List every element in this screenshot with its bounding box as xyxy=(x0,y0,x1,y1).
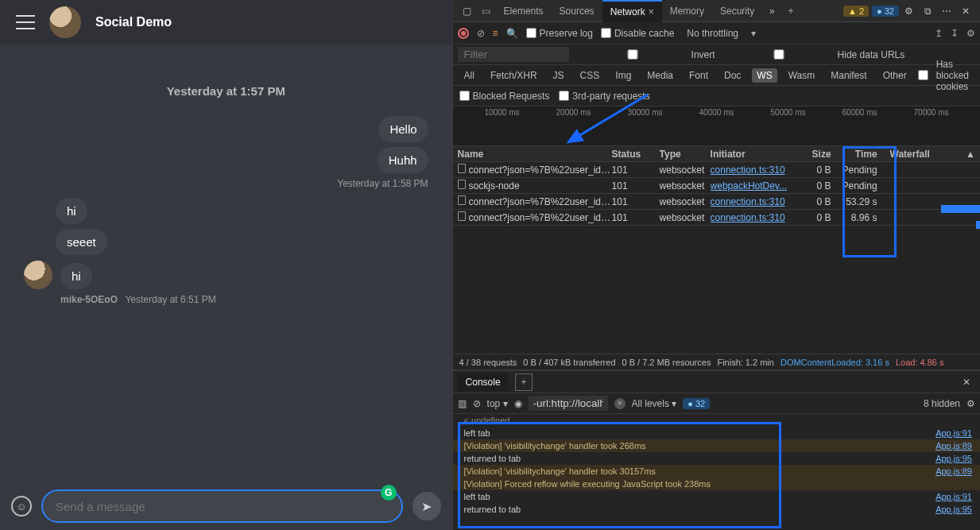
tab-console[interactable]: Console xyxy=(458,373,509,391)
devtools-panel: ▢ ▭ Elements Sources Network× Memory Sec… xyxy=(452,0,980,530)
filter-ws[interactable]: WS xyxy=(752,68,777,83)
type-filter-row: All Fetch/XHR JS CSS Img Media Font Doc … xyxy=(453,65,980,86)
col-status[interactable]: Status xyxy=(612,149,660,160)
status-transferred: 0 B / 407 kB transferred xyxy=(523,358,615,367)
filter-icon[interactable]: ≡ xyxy=(493,28,498,39)
col-waterfall[interactable]: Waterfall ▲ xyxy=(884,149,980,160)
emoji-icon[interactable]: ☺ xyxy=(11,496,32,516)
tab-elements[interactable]: Elements xyxy=(496,0,552,22)
col-name[interactable]: Name xyxy=(453,149,612,160)
add-tab-icon[interactable]: ＋ xyxy=(515,373,533,391)
message-input[interactable] xyxy=(56,500,389,513)
col-type[interactable]: Type xyxy=(660,149,711,160)
timeline-tick: 10000 ms xyxy=(485,108,520,117)
avatar[interactable] xyxy=(24,261,52,289)
kebab-icon[interactable]: ⋯ xyxy=(937,6,956,17)
source-link[interactable]: App.js:89 xyxy=(935,466,972,476)
disable-cache-checkbox[interactable]: Disable cache xyxy=(601,28,674,39)
info-badge[interactable]: ● 32 xyxy=(872,6,899,17)
filter-other[interactable]: Other xyxy=(878,68,912,83)
table-row[interactable]: sockjs-node101websocketwebpackHotDev...0… xyxy=(453,178,980,194)
source-link[interactable]: App.js:91 xyxy=(935,428,972,438)
filter-font[interactable]: Font xyxy=(684,68,713,83)
chat-app: Social Demo Yesterday at 1:57 PM Hello H… xyxy=(0,0,452,530)
context-select[interactable]: top ▾ xyxy=(487,398,508,409)
source-link[interactable]: App.js:95 xyxy=(935,505,972,514)
menu-icon[interactable] xyxy=(16,15,35,29)
network-timeline[interactable]: 10000 ms20000 ms30000 ms40000 ms50000 ms… xyxy=(453,106,980,146)
clear-icon[interactable]: ⊘ xyxy=(473,398,481,409)
col-initiator[interactable]: Initiator xyxy=(711,149,792,160)
throttling-select[interactable]: No throttling xyxy=(682,26,743,41)
console-body[interactable]: < undefined left tabApp.js:91[Violation]… xyxy=(453,414,980,530)
col-time[interactable]: Time xyxy=(838,149,884,160)
chat-body[interactable]: Yesterday at 1:57 PM Hello Huhh Yesterda… xyxy=(0,44,452,482)
source-link[interactable]: App.js:95 xyxy=(935,454,972,463)
filter-img[interactable]: Img xyxy=(610,68,636,83)
message-input-wrap[interactable]: G xyxy=(41,489,403,523)
clear-icon[interactable]: ⊘ xyxy=(477,28,485,39)
close-icon[interactable]: ✕ xyxy=(956,6,975,17)
console-line: [Violation] 'visibilitychange' handler t… xyxy=(453,465,980,478)
settings-icon[interactable]: ⚙ xyxy=(966,398,975,409)
status-dcl: DOMContentLoaded: 3.16 s xyxy=(781,358,889,367)
filter-wasm[interactable]: Wasm xyxy=(784,68,820,83)
filter-js[interactable]: JS xyxy=(548,68,569,83)
source-link[interactable]: App.js:91 xyxy=(935,492,972,501)
filter-all[interactable]: All xyxy=(459,68,479,83)
initiator-link[interactable]: connection.ts:310 xyxy=(711,164,792,176)
initiator-link[interactable]: connection.ts:310 xyxy=(711,212,792,223)
initiator-link[interactable]: webpackHotDev... xyxy=(711,180,792,191)
blocked-requests-checkbox[interactable]: Blocked Requests xyxy=(459,91,550,102)
eye-icon[interactable]: ◉ xyxy=(514,398,522,409)
send-button[interactable]: ➤ xyxy=(413,492,441,520)
hide-urls-checkbox[interactable]: Hide data URLs xyxy=(723,49,905,60)
network-filter-bar: Invert Hide data URLs xyxy=(453,44,980,65)
filter-doc[interactable]: Doc xyxy=(719,68,746,83)
console-filter-input[interactable] xyxy=(529,396,608,411)
warning-badge[interactable]: ▲ 2 xyxy=(843,6,869,17)
table-row[interactable]: connect?json=%7B%22user_id%2...101websoc… xyxy=(453,210,980,226)
svg-line-0 xyxy=(568,95,648,142)
levels-select[interactable]: All levels ▾ xyxy=(632,398,677,409)
tab-network[interactable]: Network× xyxy=(602,0,662,22)
tab-security[interactable]: Security xyxy=(712,0,762,22)
settings-icon[interactable]: ⚙ xyxy=(966,28,975,39)
grammarly-icon[interactable]: G xyxy=(381,485,397,501)
table-row[interactable]: connect?json=%7B%22user_id%2...101websoc… xyxy=(453,162,980,178)
col-size[interactable]: Size xyxy=(792,149,838,160)
avatar[interactable] xyxy=(49,6,81,38)
filter-fetch[interactable]: Fetch/XHR xyxy=(486,68,542,83)
filter-input[interactable] xyxy=(458,47,569,62)
upload-icon[interactable]: ↥ xyxy=(935,28,943,39)
tab-memory[interactable]: Memory xyxy=(662,0,712,22)
device-icon[interactable]: ▭ xyxy=(477,6,496,17)
source-link[interactable]: App.js:89 xyxy=(935,441,972,451)
sidebar-icon[interactable]: ▥ xyxy=(458,398,467,409)
info-badge[interactable]: ● 32 xyxy=(683,398,710,409)
invert-checkbox[interactable]: Invert xyxy=(577,49,715,60)
preserve-log-checkbox[interactable]: Preserve log xyxy=(526,28,593,39)
close-icon[interactable]: ✕ xyxy=(958,377,975,388)
search-icon[interactable]: 🔍 xyxy=(506,28,518,39)
filter-css[interactable]: CSS xyxy=(575,68,605,83)
message-bubble: Hello xyxy=(378,116,428,142)
inspect-icon[interactable]: ▢ xyxy=(458,6,477,17)
clear-filter-icon[interactable]: × xyxy=(614,398,626,409)
hidden-count: 8 hidden xyxy=(924,398,960,409)
chevron-down-icon[interactable]: ▾ xyxy=(751,28,756,39)
initiator-link[interactable]: connection.ts:310 xyxy=(711,196,792,207)
dock-icon[interactable]: ⧉ xyxy=(918,6,937,17)
settings-icon[interactable]: ⚙ xyxy=(899,6,918,17)
table-row[interactable]: connect?json=%7B%22user_id%2...101websoc… xyxy=(453,194,980,210)
outgoing-group: Hello Huhh Yesterday at 1:58 PM xyxy=(24,114,428,189)
more-tabs-icon[interactable]: » xyxy=(762,6,781,17)
record-icon[interactable] xyxy=(458,28,469,39)
filter-manifest[interactable]: Manifest xyxy=(826,68,871,83)
filter-media[interactable]: Media xyxy=(642,68,678,83)
tab-sources[interactable]: Sources xyxy=(552,0,602,22)
download-icon[interactable]: ↧ xyxy=(951,28,959,39)
close-icon[interactable]: × xyxy=(649,6,654,17)
add-tab-icon[interactable]: ＋ xyxy=(781,4,800,17)
console-tabs: Console ＋ ✕ xyxy=(453,371,980,393)
